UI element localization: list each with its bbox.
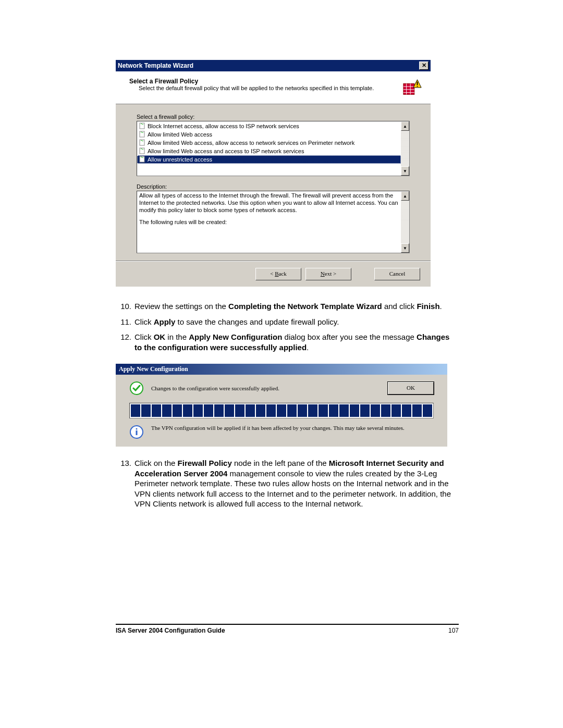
policy-paper-icon bbox=[139, 131, 146, 138]
description-label: Description: bbox=[137, 183, 410, 190]
list-item[interactable]: Block Internet access, allow access to I… bbox=[137, 122, 401, 130]
listbox-scrollbar[interactable]: ▲ ▼ bbox=[401, 121, 409, 176]
firewall-policy-listbox[interactable]: Block Internet access, allow access to I… bbox=[137, 121, 410, 176]
svg-rect-17 bbox=[136, 430, 138, 435]
page-number: 107 bbox=[448, 627, 459, 634]
scroll-up-icon[interactable]: ▲ bbox=[401, 121, 409, 131]
footer-title: ISA Server 2004 Configuration Guide bbox=[116, 627, 225, 634]
wizard-titlebar: Network Template Wizard ✕ bbox=[116, 60, 431, 71]
back-button[interactable]: < Back bbox=[255, 268, 301, 280]
next-button[interactable]: Next > bbox=[305, 268, 351, 280]
step-10: Review the settings on the Completing th… bbox=[134, 301, 459, 312]
rules-intro: The following rules will be created: bbox=[139, 219, 399, 226]
step-13: Click on the Firewall Policy node in the… bbox=[134, 458, 459, 509]
step-11: Click Apply to save the changes and upda… bbox=[134, 317, 459, 327]
policy-paper-icon bbox=[139, 156, 146, 163]
wizard-step-title: Select a Firewall Policy bbox=[129, 78, 402, 85]
page-footer: ISA Server 2004 Configuration Guide 107 bbox=[116, 624, 459, 634]
policy-paper-icon bbox=[139, 122, 146, 130]
description-text: Allow all types of access to the Interne… bbox=[139, 192, 398, 213]
scroll-down-icon[interactable]: ▼ bbox=[401, 243, 409, 253]
policy-paper-icon bbox=[139, 139, 146, 146]
apply-success-message: Changes to the configuration were succes… bbox=[151, 385, 381, 391]
ok-button[interactable]: OK bbox=[388, 382, 434, 394]
firewall-warning-icon bbox=[402, 78, 423, 97]
scroll-up-icon[interactable]: ▲ bbox=[401, 191, 409, 201]
list-item-selected[interactable]: Allow unrestricted access bbox=[137, 155, 401, 164]
policy-list-label: Select a firewall policy: bbox=[137, 114, 410, 120]
scroll-down-icon[interactable]: ▼ bbox=[401, 166, 409, 176]
step-12: Click OK in the Apply New Configuration … bbox=[134, 332, 459, 352]
success-check-icon bbox=[129, 381, 144, 396]
progress-bar bbox=[129, 403, 434, 418]
wizard-step-subtitle: Select the default firewall policy that … bbox=[129, 85, 402, 91]
description-scrollbar[interactable]: ▲ ▼ bbox=[401, 191, 409, 253]
policy-paper-icon bbox=[139, 147, 146, 155]
rules-cutoff bbox=[139, 232, 399, 240]
svg-point-8 bbox=[417, 86, 418, 87]
svg-point-16 bbox=[136, 428, 138, 430]
list-item[interactable]: Allow limited Web access bbox=[137, 130, 401, 139]
list-item[interactable]: Allow limited Web access, allow access t… bbox=[137, 139, 401, 147]
svg-rect-0 bbox=[403, 83, 414, 94]
close-icon[interactable]: ✕ bbox=[419, 61, 429, 70]
cancel-button[interactable]: Cancel bbox=[374, 268, 420, 280]
apply-info-message: The VPN configuration will be applied if… bbox=[151, 425, 405, 431]
network-template-wizard: Network Template Wizard ✕ Select a Firew… bbox=[116, 60, 431, 287]
list-item[interactable]: Allow limited Web access and access to I… bbox=[137, 147, 401, 155]
apply-new-configuration-dialog: Apply New Configuration Changes to the c… bbox=[116, 364, 447, 447]
apply-dialog-title: Apply New Configuration bbox=[116, 364, 447, 375]
description-textbox: Allow all types of access to the Interne… bbox=[137, 191, 410, 253]
wizard-title: Network Template Wizard bbox=[118, 62, 193, 69]
info-icon bbox=[129, 425, 144, 439]
